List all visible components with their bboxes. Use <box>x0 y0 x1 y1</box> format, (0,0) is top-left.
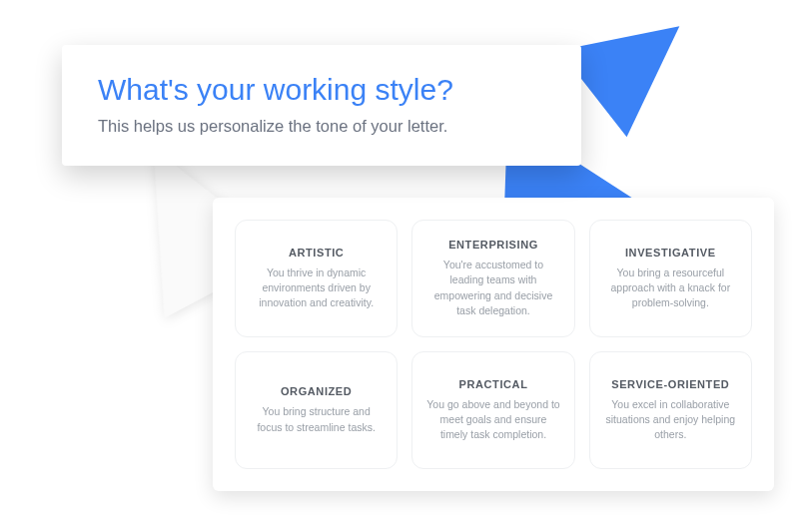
option-investigative[interactable]: INVESTIGATIVE You bring a resourceful ap… <box>589 220 752 337</box>
option-title: ARTISTIC <box>289 247 345 259</box>
option-desc: You're accustomed to leading teams with … <box>426 258 559 318</box>
option-desc: You bring a resourceful approach with a … <box>604 266 737 311</box>
header-card: What's your working style? This helps us… <box>62 45 581 166</box>
option-desc: You excel in collaborative situations an… <box>604 397 737 443</box>
option-desc: You thrive in dynamic environments drive… <box>250 266 383 311</box>
option-title: PRACTICAL <box>459 378 528 390</box>
option-practical[interactable]: PRACTICAL You go above and beyond to mee… <box>411 351 574 469</box>
option-title: ORGANIZED <box>281 385 352 397</box>
option-desc: You bring structure and focus to streaml… <box>250 404 383 434</box>
decorative-triangle-blue-top <box>559 0 713 137</box>
working-style-options-panel: ARTISTIC You thrive in dynamic environme… <box>213 198 774 491</box>
page-subtitle: This helps us personalize the tone of yo… <box>98 117 545 136</box>
option-title: SERVICE-ORIENTED <box>611 378 729 390</box>
option-service-oriented[interactable]: SERVICE-ORIENTED You excel in collaborat… <box>589 351 752 469</box>
option-artistic[interactable]: ARTISTIC You thrive in dynamic environme… <box>235 220 398 337</box>
option-desc: You go above and beyond to meet goals an… <box>426 397 559 443</box>
option-title: INVESTIGATIVE <box>625 247 716 259</box>
option-organized[interactable]: ORGANIZED You bring structure and focus … <box>235 351 398 469</box>
option-title: ENTERPRISING <box>448 239 538 251</box>
page-title: What's your working style? <box>98 73 545 107</box>
option-enterprising[interactable]: ENTERPRISING You're accustomed to leadin… <box>411 220 574 337</box>
